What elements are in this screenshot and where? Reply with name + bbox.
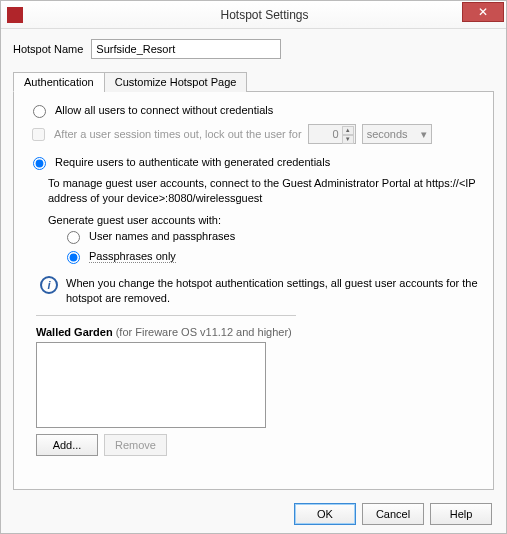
walled-garden-sublabel: (for Fireware OS v11.12 and higher)	[116, 326, 292, 338]
gen-usernames-label: User names and passphrases	[89, 230, 235, 242]
hotspot-name-input[interactable]	[91, 39, 281, 59]
hotspot-name-label: Hotspot Name	[13, 43, 83, 55]
help-button[interactable]: Help	[430, 503, 492, 525]
lockout-checkbox	[32, 128, 45, 141]
allow-all-label: Allow all users to connect without crede…	[55, 104, 273, 116]
window-title: Hotspot Settings	[23, 8, 506, 22]
info-row: i When you change the hotspot authentica…	[40, 276, 479, 306]
require-auth-label: Require users to authenticate with gener…	[55, 156, 330, 168]
cancel-button[interactable]: Cancel	[362, 503, 424, 525]
gen-usernames-option[interactable]: User names and passphrases	[62, 230, 479, 244]
lockout-value: 0	[333, 128, 339, 140]
gen-passphrases-option[interactable]: Passphrases only	[62, 250, 479, 264]
spinner-arrows-icon: ▲▼	[342, 126, 354, 142]
gen-passphrases-radio[interactable]	[67, 251, 80, 264]
hotspot-name-row: Hotspot Name	[13, 39, 494, 59]
lockout-unit-select: seconds ▾	[362, 124, 432, 144]
require-auth-radio[interactable]	[33, 157, 46, 170]
require-auth-option[interactable]: Require users to authenticate with gener…	[28, 156, 479, 170]
allow-all-radio[interactable]	[33, 105, 46, 118]
lockout-label: After a user session times out, lock out…	[54, 128, 302, 140]
lockout-unit-label: seconds	[367, 128, 408, 140]
dialog-buttons: OK Cancel Help	[294, 503, 492, 525]
walled-garden-label: Walled Garden	[36, 326, 113, 338]
lockout-value-spinner: 0 ▲▼	[308, 124, 356, 144]
gen-passphrases-label: Passphrases only	[89, 250, 176, 263]
tab-customize-hotspot-page[interactable]: Customize Hotspot Page	[104, 72, 248, 92]
close-icon: ✕	[478, 5, 488, 19]
guest-portal-note: To manage guest user accounts, connect t…	[48, 176, 479, 206]
lockout-row: After a user session times out, lock out…	[28, 124, 479, 144]
walled-garden-add-button[interactable]: Add...	[36, 434, 98, 456]
generate-accounts-label: Generate guest user accounts with:	[48, 214, 479, 226]
chevron-down-icon: ▾	[421, 128, 427, 141]
walled-garden-heading: Walled Garden (for Fireware OS v11.12 an…	[36, 326, 479, 338]
divider	[36, 315, 296, 316]
info-icon: i	[40, 276, 58, 294]
info-text: When you change the hotspot authenticati…	[66, 276, 479, 306]
gen-usernames-radio[interactable]	[67, 231, 80, 244]
dialog-body: Hotspot Name Authentication Customize Ho…	[1, 29, 506, 533]
app-icon	[7, 7, 23, 23]
close-button[interactable]: ✕	[462, 2, 504, 22]
walled-garden-listbox[interactable]	[36, 342, 266, 428]
tab-content-authentication: Allow all users to connect without crede…	[13, 92, 494, 490]
walled-garden-remove-button: Remove	[104, 434, 167, 456]
tab-authentication[interactable]: Authentication	[13, 72, 105, 92]
walled-garden-buttons: Add... Remove	[36, 434, 479, 456]
tab-strip: Authentication Customize Hotspot Page	[13, 71, 494, 92]
titlebar: Hotspot Settings ✕	[1, 1, 506, 29]
allow-all-option[interactable]: Allow all users to connect without crede…	[28, 104, 479, 118]
ok-button[interactable]: OK	[294, 503, 356, 525]
